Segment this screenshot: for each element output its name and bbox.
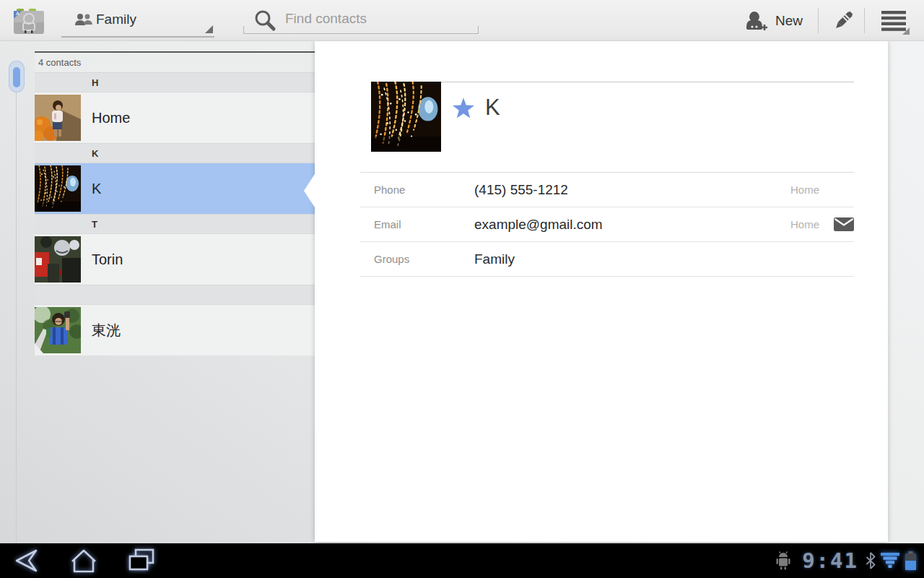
group-icon [74,13,93,27]
section-header-h: H [35,72,315,92]
contacts-app-icon[interactable]: A [13,6,45,35]
section-header-other [35,285,315,305]
detail-contact-name: K [485,95,500,121]
group-filter-label: Family [96,12,136,27]
contact-photo-tohiro [35,307,81,353]
action-bar: A Family [0,0,924,41]
search-underline [243,26,479,34]
detail-row-phone[interactable]: Phone (415) 555-1212 Home [360,173,854,207]
contact-list: 4 contacts H Home K K T Torin 東洸 [35,51,315,355]
section-header-t: T [35,214,315,234]
battery-icon [905,551,917,571]
menu-caret-icon [902,27,910,35]
email-icon[interactable] [834,217,854,231]
content-area: 4 contacts H Home K K T Torin 東洸 [0,41,924,543]
contact-photo-torin [35,236,81,282]
bluetooth-icon [866,552,876,569]
fast-scroll-track [16,92,17,543]
detail-header-rule [441,82,854,82]
contact-name: Home [92,110,130,126]
menu-button[interactable] [875,0,912,41]
back-icon [12,548,40,574]
phone-value: (415) 555-1212 [474,182,760,198]
email-value: example@gmail.com [474,217,760,233]
clock: 9:41 [802,548,858,573]
system-bar: 9:41 [0,543,924,578]
group-filter-spinner[interactable]: Family [61,3,214,38]
recent-apps-icon [127,548,156,574]
search-field[interactable] [243,4,479,34]
add-contact-icon [744,9,770,33]
home-icon [69,548,98,574]
new-contact-button[interactable]: New [744,0,816,41]
back-button[interactable] [10,547,42,574]
detail-contact-photo[interactable] [371,82,441,152]
groups-value: Family [474,251,760,267]
field-label: Groups [360,253,474,265]
section-header-k: K [35,143,315,163]
spinner-caret-icon [205,25,213,33]
detail-rows: Phone (415) 555-1212 Home Email example@… [360,172,854,277]
contact-photo-k [35,165,81,212]
contact-row-k-selected[interactable]: K [35,163,315,214]
contact-name: K [92,181,101,197]
contact-row-home[interactable]: Home [35,92,315,143]
home-button[interactable] [68,547,100,574]
recent-apps-button[interactable] [126,547,157,574]
contact-name: Torin [92,251,123,268]
fast-scroll-pill [13,67,20,87]
new-button-label: New [775,13,803,29]
selected-contact-pointer [304,174,315,207]
email-type-label: Home [760,218,819,230]
contacts-app-icon-glyph: A [13,6,45,35]
detail-row-email[interactable]: Email example@gmail.com Home [360,207,854,242]
usb-debug-icon [775,551,792,570]
status-cluster[interactable]: 9:41 [775,543,917,578]
contacts-app-screen: A Family [0,0,924,578]
field-label: Phone [360,184,474,196]
pencil-icon [832,9,855,33]
actionbar-divider [818,8,819,33]
detail-row-groups[interactable]: Groups Family [360,242,854,277]
signal-icon [880,552,900,569]
contact-row-torin[interactable]: Torin [35,234,315,285]
svg-text:A: A [16,11,19,16]
fast-scroll-handle[interactable] [9,61,25,92]
actionbar-divider [864,8,865,33]
edit-contact-button[interactable] [827,0,859,41]
favorite-star-icon[interactable] [453,98,474,118]
contact-detail-panel: K Phone (415) 555-1212 Home Email exampl… [315,41,888,542]
contact-name: 東洸 [92,321,121,340]
field-label: Email [360,218,474,230]
contact-photo-home [35,95,81,141]
phone-type-label: Home [760,184,819,196]
contact-row-tohiro[interactable]: 東洸 [35,305,315,355]
contact-count-label: 4 contacts [35,53,315,72]
